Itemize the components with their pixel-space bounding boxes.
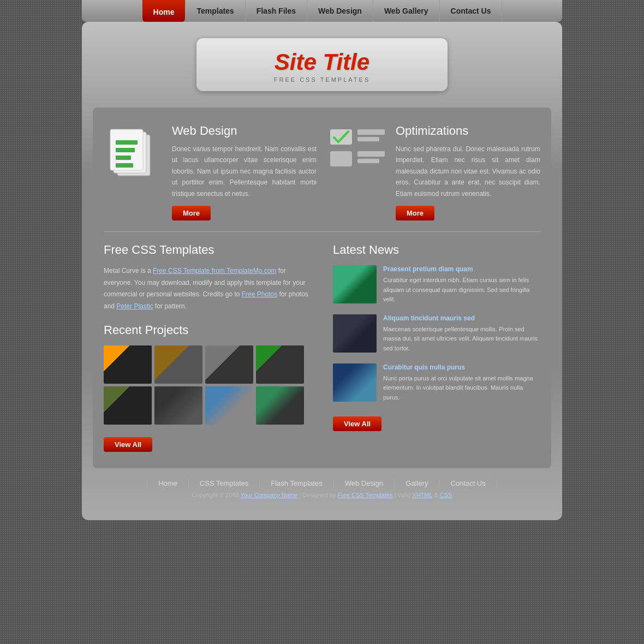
copyright-amp: & — [432, 492, 439, 498]
optimizations-title: Optimizations — [396, 124, 540, 138]
project-thumb-8[interactable] — [256, 386, 304, 425]
copyright-mid: | Designed by — [297, 492, 337, 498]
project-thumb-1[interactable] — [104, 345, 152, 384]
news-text-2: Maecenas scelerisque pellentesque mollis… — [383, 325, 540, 354]
news-item-3: Curabitur quis nulla purus Nunc porta pu… — [333, 363, 540, 403]
optimizations-body: Nunc sed pharetra dui. Donec malesuada r… — [396, 144, 540, 199]
company-link[interactable]: Your Company Name — [240, 492, 297, 498]
bottom-two-columns: Free CSS Templates Metal Curve is a Free… — [104, 243, 540, 452]
projects-view-all-button[interactable]: View All — [104, 437, 152, 452]
svg-rect-3 — [116, 140, 138, 145]
news-thumb-2 — [333, 314, 377, 353]
svg-rect-4 — [116, 148, 135, 152]
latest-news-title: Latest News — [333, 243, 540, 257]
nav-home[interactable]: Home — [142, 0, 186, 22]
project-thumb-7[interactable] — [205, 386, 253, 425]
top-navigation: Home Templates Flash Files Web Design We… — [82, 0, 562, 22]
bottom-right-column: Latest News Praesent pretium diam quam C… — [333, 243, 540, 452]
news-link-1[interactable]: Praesent pretium diam quam — [383, 265, 540, 273]
site-title: Site Title — [240, 49, 404, 75]
footer-nav-gallery[interactable]: Gallery — [395, 479, 439, 487]
optimizations-text: Optimizations Nunc sed pharetra dui. Don… — [396, 124, 540, 220]
main-wrapper: Site Title FREE CSS TEMPLATES — [82, 22, 562, 520]
svg-rect-12 — [357, 159, 379, 163]
footer-nav-home[interactable]: Home — [147, 479, 189, 487]
footer-navigation: Home CSS Templates Flash Templates Web D… — [82, 468, 562, 492]
peter-plastic-link[interactable]: Peter Plastic — [116, 302, 153, 310]
optimizations-icon — [327, 124, 387, 178]
template-link[interactable]: Free CSS Template from TemplateMo.com — [153, 267, 276, 275]
projects-grid — [104, 345, 311, 425]
footer-nav-css-templates[interactable]: CSS Templates — [189, 479, 260, 487]
designer-link[interactable]: Free CSS Templates — [337, 492, 392, 498]
optimizations-column: Optimizations Nunc sed pharetra dui. Don… — [327, 124, 540, 220]
top-two-columns: Web Design Donec varius tempor hendrerit… — [104, 124, 540, 220]
web-design-more-button[interactable]: More — [172, 206, 211, 220]
web-design-text: Web Design Donec varius tempor hendrerit… — [172, 124, 317, 220]
footer-nav-web-design[interactable]: Web Design — [334, 479, 395, 487]
xhtml-link[interactable]: XHTML — [412, 492, 432, 498]
news-thumb-1 — [333, 265, 377, 303]
web-design-icon-container — [104, 124, 164, 184]
news-thumb-3 — [333, 363, 377, 402]
section-divider — [104, 231, 540, 232]
web-design-column: Web Design Donec varius tempor hendrerit… — [104, 124, 317, 220]
css-link[interactable]: CSS — [440, 492, 452, 498]
nav-web-design[interactable]: Web Design — [307, 0, 373, 22]
nav-contact-us[interactable]: Contact Us — [440, 0, 503, 22]
copyright-suffix1: | Valid — [393, 492, 413, 498]
news-item-1: Praesent pretium diam quam Curabitur ege… — [333, 265, 540, 305]
project-thumb-4[interactable] — [256, 345, 304, 384]
content-area: Web Design Donec varius tempor hendrerit… — [93, 108, 551, 468]
svg-rect-11 — [357, 151, 385, 157]
news-text-3: Nunc porta purus at orci vulputate sit a… — [383, 374, 540, 403]
project-thumb-6[interactable] — [154, 386, 202, 425]
footer-nav-contact[interactable]: Contact Us — [439, 479, 497, 487]
svg-rect-10 — [330, 151, 352, 166]
web-design-title: Web Design — [172, 124, 317, 138]
news-content-2: Aliquam tincidunt mauris sed Maecenas sc… — [383, 314, 540, 354]
site-header: Site Title FREE CSS TEMPLATES — [82, 22, 562, 102]
free-css-intro: Metal Curve is a Free CSS Template from … — [104, 265, 311, 312]
svg-rect-6 — [116, 163, 133, 168]
news-content-1: Praesent pretium diam quam Curabitur ege… — [383, 265, 540, 305]
footer-copyright: Copyright © 2048 Your Company Name | Des… — [82, 492, 562, 504]
project-thumb-2[interactable] — [154, 345, 202, 384]
nav-web-gallery[interactable]: Web Gallery — [373, 0, 440, 22]
bottom-left-column: Free CSS Templates Metal Curve is a Free… — [104, 243, 311, 452]
optimizations-icon-container — [327, 124, 387, 178]
news-link-2[interactable]: Aliquam tincidunt mauris sed — [383, 314, 540, 322]
free-css-title: Free CSS Templates — [104, 243, 311, 257]
news-link-3[interactable]: Curabitur quis nulla purus — [383, 363, 540, 371]
copyright-prefix: Copyright © 2048 — [192, 492, 241, 498]
nav-flash-files[interactable]: Flash Files — [246, 0, 307, 22]
footer-nav-flash-templates[interactable]: Flash Templates — [260, 479, 333, 487]
free-photos-link[interactable]: Free Photos — [242, 290, 277, 298]
news-text-1: Curabitur eget interdum nibh. Etiam curs… — [383, 276, 540, 305]
svg-rect-9 — [357, 137, 379, 141]
news-content-3: Curabitur quis nulla purus Nunc porta pu… — [383, 363, 540, 403]
news-item-2: Aliquam tincidunt mauris sed Maecenas sc… — [333, 314, 540, 354]
project-thumb-3[interactable] — [205, 345, 253, 384]
svg-rect-8 — [357, 129, 385, 135]
nav-templates[interactable]: Templates — [186, 0, 245, 22]
web-design-icon — [104, 124, 158, 184]
web-design-body: Donec varius tempor hendrerit. Nam conva… — [172, 144, 317, 199]
optimizations-more-button[interactable]: More — [396, 206, 434, 220]
recent-projects-title: Recent Projects — [104, 323, 311, 337]
logo-box: Site Title FREE CSS TEMPLATES — [196, 38, 448, 91]
site-subtitle: FREE CSS TEMPLATES — [240, 76, 404, 83]
project-thumb-5[interactable] — [104, 386, 152, 425]
svg-rect-5 — [116, 156, 131, 160]
news-view-all-button[interactable]: View All — [333, 416, 381, 431]
